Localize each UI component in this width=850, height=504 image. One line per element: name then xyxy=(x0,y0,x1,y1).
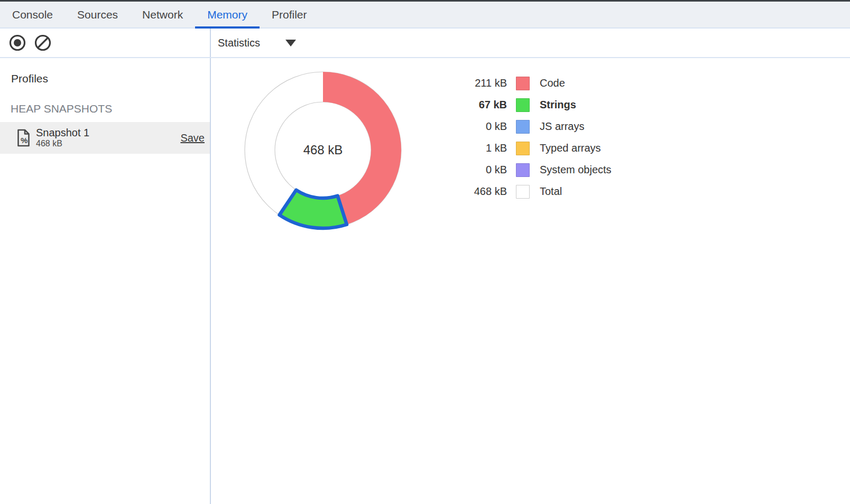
tab-network[interactable]: Network xyxy=(130,2,195,27)
legend-swatch xyxy=(516,120,530,134)
legend-value: 1 kB xyxy=(449,142,507,154)
legend-label: Typed arrays xyxy=(540,142,601,154)
heap-snapshot-item[interactable]: % Snapshot 1 468 kB Save xyxy=(0,122,210,154)
save-snapshot-link[interactable]: Save xyxy=(180,132,205,144)
legend-value: 211 kB xyxy=(449,77,507,89)
statistics-view: 468 kB 211 kBCode67 kBStrings0 kBJS arra… xyxy=(211,58,850,504)
legend-row[interactable]: 0 kBSystem objects xyxy=(449,159,612,181)
legend-row[interactable]: 468 kBTotal xyxy=(449,181,612,202)
legend-row[interactable]: 0 kBJS arrays xyxy=(449,116,612,137)
record-button[interactable] xyxy=(8,34,26,52)
legend-row[interactable]: 211 kBCode xyxy=(449,72,612,94)
legend-value: 468 kB xyxy=(449,185,507,198)
heap-snapshots-header: HEAP SNAPSHOTS xyxy=(11,102,210,115)
clear-button[interactable] xyxy=(34,34,52,52)
donut-chart-svg: 468 kB xyxy=(243,70,403,230)
chevron-down-icon xyxy=(285,40,296,46)
tab-console[interactable]: Console xyxy=(0,2,65,27)
legend-label: Code xyxy=(540,77,565,89)
toolbar: Statistics xyxy=(0,29,850,58)
tab-memory[interactable]: Memory xyxy=(195,2,260,27)
legend-swatch xyxy=(516,185,530,199)
legend-swatch xyxy=(516,163,530,177)
legend-label: System objects xyxy=(540,164,612,176)
record-icon xyxy=(8,34,26,52)
panel-toolbar: Statistics xyxy=(211,29,296,57)
devtools-window: Console Sources Network Memory Profiler xyxy=(0,0,850,504)
legend-swatch xyxy=(516,142,530,155)
panel-tab-bar: Console Sources Network Memory Profiler xyxy=(0,2,850,29)
legend-row[interactable]: 67 kBStrings xyxy=(449,94,612,116)
svg-text:%: % xyxy=(21,136,27,145)
profiles-sidebar: Profiles HEAP SNAPSHOTS % Snapshot 1 468… xyxy=(0,58,211,504)
legend-swatch xyxy=(516,98,530,112)
panel-content: Profiles HEAP SNAPSHOTS % Snapshot 1 468… xyxy=(0,58,850,504)
perspective-select-value: Statistics xyxy=(218,37,260,49)
legend-label: JS arrays xyxy=(540,120,584,133)
chart-legend: 211 kBCode67 kBStrings0 kBJS arrays1 kBT… xyxy=(449,72,612,202)
legend-label: Strings xyxy=(540,99,576,111)
clear-icon xyxy=(34,34,52,52)
snapshot-name: Snapshot 1 xyxy=(36,127,89,139)
snapshot-size: 468 kB xyxy=(36,139,89,148)
snapshot-document-icon: % xyxy=(16,129,31,147)
donut-slice xyxy=(280,190,347,228)
snapshot-text: Snapshot 1 468 kB xyxy=(36,127,89,148)
legend-value: 0 kB xyxy=(449,164,507,176)
sidebar-title: Profiles xyxy=(11,72,210,85)
heap-statistics-donut-chart: 468 kB xyxy=(243,70,403,230)
legend-value: 67 kB xyxy=(449,99,507,111)
donut-center-label: 468 kB xyxy=(303,143,343,157)
legend-swatch xyxy=(516,77,530,90)
tab-profiler[interactable]: Profiler xyxy=(260,2,319,27)
legend-label: Total xyxy=(540,185,562,198)
legend-row[interactable]: 1 kBTyped arrays xyxy=(449,137,612,159)
profiles-toolbar xyxy=(0,29,211,57)
tab-sources[interactable]: Sources xyxy=(65,2,130,27)
perspective-select[interactable]: Statistics xyxy=(218,37,296,49)
legend-value: 0 kB xyxy=(449,120,507,133)
